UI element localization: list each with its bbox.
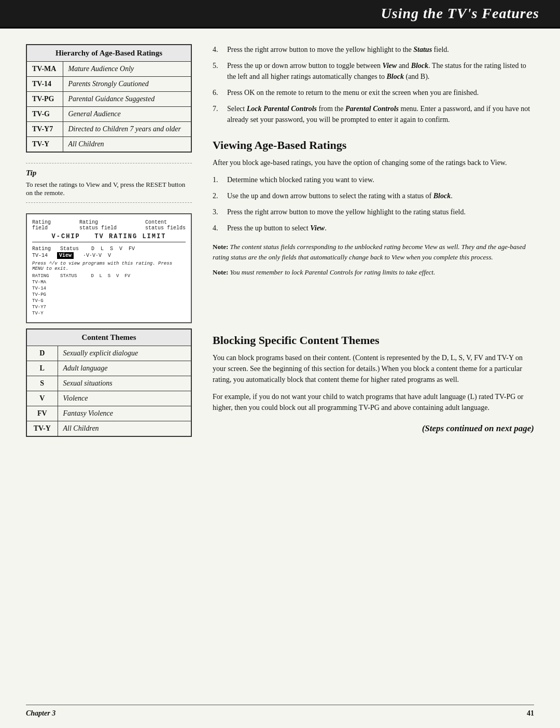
table-row: TV-Y7Directed to Children 7 years and ol…: [26, 122, 191, 137]
list-item: 4.Press the up button to select View.: [213, 223, 534, 233]
screen-image: Ratingfield Ratingstatus field Contentst…: [26, 213, 192, 323]
table-row: TV-PGParental Guidance Suggested: [26, 92, 191, 107]
viewing-heading: Viewing Age-Based Ratings: [213, 139, 534, 152]
table-row: TV-GGeneral Audience: [26, 107, 191, 122]
note2-label: Note:: [213, 268, 228, 276]
table-row: LAdult language: [26, 361, 191, 376]
theme-code: L: [26, 361, 58, 376]
step-text: Press the up button to select View.: [227, 223, 534, 233]
list-item: 6.Press OK on the remote to return to th…: [213, 87, 534, 98]
page-footer: Chapter 3 41: [26, 705, 534, 718]
screen-tvma-row: TV-MA: [32, 280, 186, 285]
content-themes-col: Content Themes DSexually explicit dialog…: [26, 323, 192, 437]
step-num: 4.: [213, 223, 223, 233]
screen-tvy7-row: TV-Y7: [32, 305, 186, 310]
rating-desc: All Children: [63, 137, 191, 153]
theme-code: S: [26, 376, 58, 391]
list-item: 4.Press the right arrow button to move t…: [213, 44, 534, 55]
theme-code: V: [26, 391, 58, 406]
step-text: Select Lock Parental Controls from the P…: [227, 103, 534, 125]
step-num: 1.: [213, 174, 223, 185]
page-header: Using the TV's Features: [0, 0, 560, 29]
screen-rating-header: Rating Status D L S V FV: [32, 245, 186, 252]
note2-text: You must remember to lock Parental Contr…: [230, 268, 436, 276]
viewing-intro: After you block age-based ratings, you h…: [213, 157, 534, 168]
step-num: 6.: [213, 87, 223, 98]
step-text: Press the right arrow button to move the…: [227, 207, 534, 217]
screen-tv14-status-row: TV-14: [32, 286, 186, 291]
theme-desc: Sexual situations: [58, 376, 191, 391]
table-row: DSexually explicit dialogue: [26, 346, 191, 361]
rating-desc: Mature Audience Only: [63, 62, 191, 77]
note1-text: The content status fields corresponding …: [213, 243, 526, 261]
theme-desc: All Children: [58, 421, 191, 437]
content-themes-heading: Content Themes: [26, 329, 191, 346]
top-steps-list: 4.Press the right arrow button to move t…: [213, 44, 534, 130]
rating-desc: General Audience: [63, 107, 191, 122]
view-highlight: View: [57, 252, 74, 259]
note1: Note: The content status fields correspo…: [213, 242, 534, 262]
viewing-steps-list: 1.Determine which blocked rating you wan…: [213, 174, 534, 233]
screen-col-labels: Ratingfield Ratingstatus field Contentst…: [32, 219, 186, 231]
left-column: Hierarchy of Age-Based Ratings TV-MAMatu…: [26, 44, 192, 323]
rating-desc: Parental Guidance Suggested: [63, 92, 191, 107]
bottom-section: Content Themes DSexually explicit dialog…: [26, 323, 534, 437]
chapter-label: Chapter 3: [26, 709, 55, 718]
table-row: TV-MAMature Audience Only: [26, 62, 191, 77]
step-text: Press the up or down arrow button to tog…: [227, 60, 534, 82]
list-item: 7.Select Lock Parental Controls from the…: [213, 103, 534, 125]
step-num: 5.: [213, 60, 223, 82]
col1-label: Ratingfield: [32, 219, 51, 231]
step-num: 2.: [213, 190, 223, 201]
screen-tvy-row: TV-Y: [32, 311, 186, 316]
table-row: FVFantasy Violence: [26, 406, 191, 421]
list-item: 1.Determine which blocked rating you wan…: [213, 174, 534, 185]
theme-desc: Adult language: [58, 361, 191, 376]
page-title: Using the TV's Features: [381, 5, 539, 21]
rating-code: TV-14: [26, 77, 63, 92]
screen-note: Press ^/v to view programs with this rat…: [32, 261, 186, 271]
table-row: TV-YAll Children: [26, 421, 191, 437]
screen-tvpg-row: TV-PG: [32, 292, 186, 297]
theme-code: TV-Y: [26, 421, 58, 437]
list-item: 5.Press the up or down arrow button to t…: [213, 60, 534, 82]
theme-code: D: [26, 346, 58, 361]
table-row: TV-YAll Children: [26, 137, 191, 153]
rating-desc: Directed to Children 7 years and older: [63, 122, 191, 137]
theme-desc: Fantasy Violence: [58, 406, 191, 421]
col2-label: Ratingstatus field: [79, 219, 117, 231]
tip-label: Tip: [26, 169, 192, 177]
rating-code: TV-PG: [26, 92, 63, 107]
list-item: 3.Press the right arrow button to move t…: [213, 207, 534, 217]
rating-desc: Parents Strongly Cautioned: [63, 77, 191, 92]
screen-title: V-CHIP TV RATING LIMIT: [32, 233, 186, 242]
note1-label: Note:: [213, 243, 228, 251]
step-num: 7.: [213, 103, 223, 125]
age-ratings-table: Hierarchy of Age-Based Ratings TV-MAMatu…: [26, 44, 192, 153]
tip-text: To reset the ratings to View and V, pres…: [26, 181, 192, 197]
blocking-heading: Blocking Specific Content Themes: [213, 334, 534, 347]
col3-label: Contentstatus fields: [145, 219, 186, 231]
list-item: 2.Use the up and down arrow buttons to s…: [213, 190, 534, 201]
blocking-para2: For example, if you do not want your chi…: [213, 391, 534, 413]
screen-tv14-row: TV-14 View ·V·V·V V: [32, 252, 186, 259]
step-text: Press the right arrow button to move the…: [227, 44, 534, 55]
step-text: Press OK on the remote to return to the …: [227, 87, 534, 98]
step-text: Use the up and down arrow buttons to sel…: [227, 190, 534, 201]
table-row: TV-14Parents Strongly Cautioned: [26, 77, 191, 92]
step-text: Determine which blocked rating you want …: [227, 174, 534, 185]
theme-desc: Sexually explicit dialogue: [58, 346, 191, 361]
blocking-para1: You can block programs based on their co…: [213, 352, 534, 385]
right-column: 4.Press the right arrow button to move t…: [213, 44, 534, 323]
rating-code: TV-Y: [26, 137, 63, 153]
page-number: 41: [527, 709, 534, 718]
theme-desc: Violence: [58, 391, 191, 406]
table-row: SSexual situations: [26, 376, 191, 391]
viewing-section: Viewing Age-Based Ratings After you bloc…: [213, 139, 534, 283]
rating-code: TV-Y7: [26, 122, 63, 137]
rating-code: TV-G: [26, 107, 63, 122]
step-num: 4.: [213, 44, 223, 55]
tip-section: Tip To reset the ratings to View and V, …: [26, 163, 192, 203]
screen-status-header: RATING STATUS D L S V FV: [32, 273, 186, 279]
steps-continued: (Steps continued on next page): [213, 423, 534, 434]
